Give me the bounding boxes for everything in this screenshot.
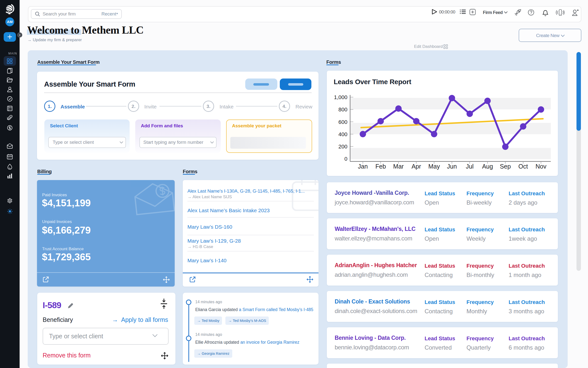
svg-text:May: May xyxy=(428,163,440,170)
svg-text:Aug: Aug xyxy=(482,163,493,170)
svg-text:Oct: Oct xyxy=(518,163,528,170)
svg-text:Jan: Jan xyxy=(358,163,368,170)
svg-text:Sep: Sep xyxy=(500,163,511,170)
svg-text:400: 400 xyxy=(338,131,347,137)
svg-text:Feb: Feb xyxy=(375,163,386,170)
svg-text:Jul: Jul xyxy=(466,163,474,170)
svg-text:Jun: Jun xyxy=(447,163,457,170)
svg-text:0: 0 xyxy=(344,156,347,162)
svg-text:Mar: Mar xyxy=(393,163,404,170)
svg-text:200: 200 xyxy=(338,144,347,150)
svg-text:600: 600 xyxy=(338,119,347,125)
svg-text:Nov: Nov xyxy=(536,163,547,170)
svg-text:Apr: Apr xyxy=(412,163,421,170)
svg-text:800: 800 xyxy=(338,106,347,113)
svg-text:1,000: 1,000 xyxy=(334,94,347,100)
